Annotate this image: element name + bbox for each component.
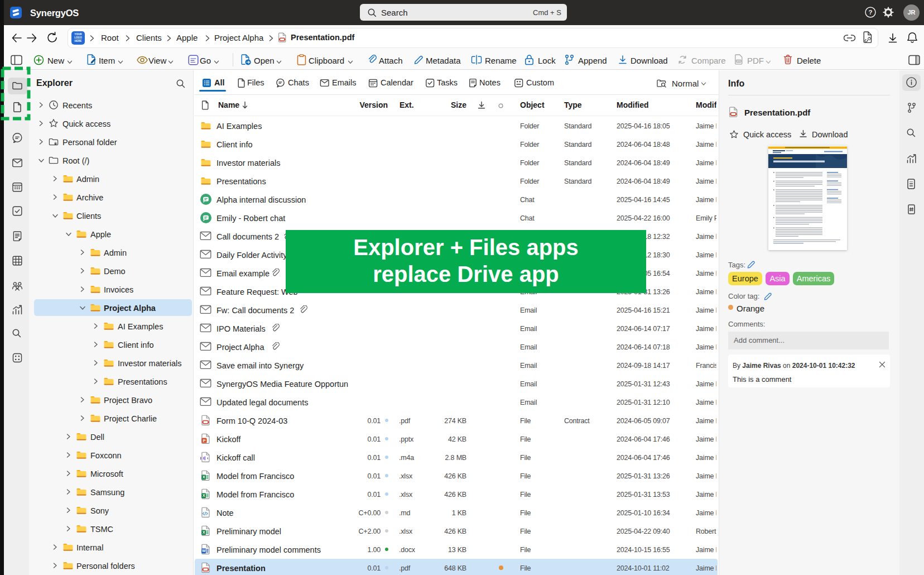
svg-text:W: W [202, 549, 206, 553]
svg-text:X: X [203, 493, 205, 498]
svg-text:P: P [203, 438, 205, 443]
svg-text:PDF: PDF [737, 60, 740, 62]
svg-text:X: X [203, 530, 205, 535]
svg-text:X: X [203, 475, 205, 480]
svg-text:?: ? [868, 9, 872, 16]
